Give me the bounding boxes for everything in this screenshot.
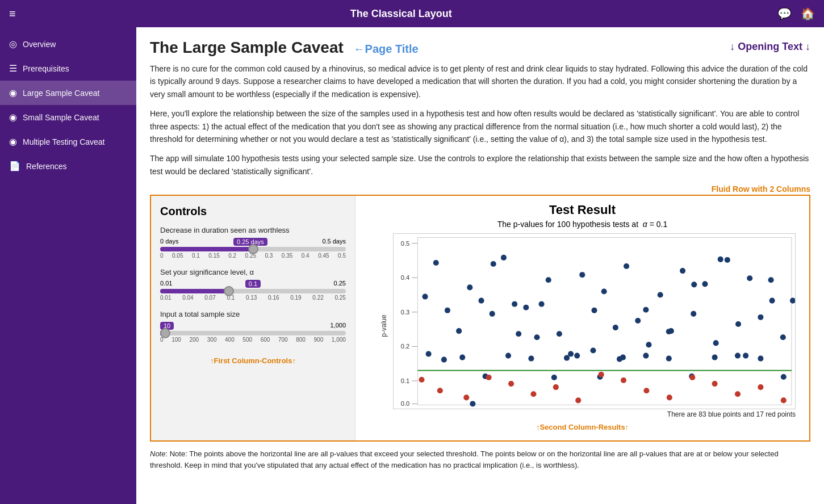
slider-2-label: Set your significance level, α bbox=[160, 268, 346, 276]
results-column: Test Result The p-values for 100 hypothe… bbox=[355, 196, 809, 440]
sidebar: ◎ Overview ☰ Prerequisites ◉ Large Sampl… bbox=[0, 27, 136, 504]
svg-point-88 bbox=[643, 388, 649, 393]
svg-point-57 bbox=[643, 353, 649, 359]
sidebar-item-label: Overview bbox=[23, 40, 56, 49]
svg-point-63 bbox=[781, 374, 787, 380]
large-sample-icon: ◉ bbox=[9, 87, 17, 98]
svg-point-43 bbox=[747, 275, 752, 281]
slider-2-ticks: 0.010.040.070.10.130.160.190.220.25 bbox=[160, 295, 346, 301]
sidebar-item-prerequisites[interactable]: ☰ Prerequisites bbox=[0, 56, 136, 81]
svg-point-45 bbox=[769, 298, 775, 304]
slider-2-track[interactable] bbox=[160, 289, 346, 293]
svg-point-68 bbox=[564, 355, 570, 361]
slider-1-track[interactable] bbox=[160, 247, 346, 251]
paragraph-1: There is no cure for the common cold cau… bbox=[150, 62, 810, 100]
nav-icons: 💬 🏠 bbox=[777, 7, 815, 20]
slider-3-max-label: 1,000 bbox=[330, 322, 346, 330]
slider-3-track[interactable] bbox=[160, 331, 346, 335]
y-axis-label: p-value bbox=[380, 314, 388, 337]
slider-3-top-labels: 10 1,000 bbox=[160, 322, 346, 330]
svg-point-52 bbox=[528, 356, 534, 362]
home-icon[interactable]: 🏠 bbox=[801, 7, 815, 20]
chart-svg: 0.5 0.4 0.3 0.2 0.1 0.0 bbox=[394, 234, 795, 409]
svg-point-41 bbox=[725, 257, 730, 263]
slider-3-group: Input a total sample size 10 1,000 01002… bbox=[160, 310, 346, 343]
svg-text:0.3: 0.3 bbox=[401, 309, 409, 316]
svg-point-62 bbox=[758, 356, 763, 362]
app-title: The Classical Layout bbox=[25, 8, 777, 20]
sidebar-item-multiple-testing-caveat[interactable]: ◉ Multiple Testing Caveat bbox=[0, 129, 136, 154]
slider-1-group: Decrease in duration seen as worthless 0… bbox=[160, 226, 346, 259]
paragraph-2: Here, you'll explore the relationship be… bbox=[150, 107, 810, 145]
svg-text:0.1: 0.1 bbox=[401, 377, 409, 384]
slider-1-min-label: 0 days bbox=[160, 238, 178, 246]
sidebar-item-large-sample-caveat[interactable]: ◉ Large Sample Caveat bbox=[0, 81, 136, 105]
sidebar-item-references[interactable]: 📄 References bbox=[0, 154, 136, 178]
svg-point-40 bbox=[713, 340, 719, 346]
svg-point-26 bbox=[557, 331, 562, 337]
sidebar-item-overview[interactable]: ◎ Overview bbox=[0, 32, 136, 56]
svg-point-75 bbox=[743, 353, 748, 359]
svg-point-35 bbox=[658, 292, 663, 298]
points-note: There are 83 blue points and 17 red poin… bbox=[393, 410, 796, 418]
page-title: The Large Sample Caveat ←Page Title bbox=[150, 39, 419, 57]
svg-point-58 bbox=[666, 356, 672, 362]
slider-2-badge: 0.1 bbox=[245, 280, 261, 288]
fluid-row: Controls Decrease in duration seen as wo… bbox=[150, 195, 810, 442]
svg-point-84 bbox=[553, 384, 559, 390]
svg-point-28 bbox=[579, 272, 585, 278]
top-nav: ≡ The Classical Layout 💬 🏠 bbox=[0, 0, 824, 27]
slider-1-filled bbox=[160, 247, 253, 251]
svg-point-29 bbox=[590, 348, 596, 354]
sidebar-item-label: References bbox=[26, 162, 67, 171]
references-icon: 📄 bbox=[9, 161, 20, 171]
svg-point-74 bbox=[718, 257, 723, 262]
svg-point-53 bbox=[551, 375, 557, 380]
svg-point-90 bbox=[689, 375, 695, 380]
svg-text:0.2: 0.2 bbox=[401, 343, 409, 350]
svg-point-73 bbox=[691, 282, 697, 287]
slider-3-thumb[interactable] bbox=[160, 328, 170, 338]
svg-point-89 bbox=[667, 394, 672, 400]
svg-point-44 bbox=[758, 314, 763, 320]
slider-1-max-label: 0.5 days bbox=[322, 238, 346, 246]
svg-point-46 bbox=[780, 334, 786, 340]
footnote: Note: Note: The points above the horizon… bbox=[150, 448, 810, 471]
slider-2-thumb[interactable] bbox=[224, 286, 234, 296]
slider-1-label: Decrease in duration seen as worthless bbox=[160, 226, 346, 234]
svg-point-82 bbox=[508, 381, 514, 387]
svg-point-61 bbox=[735, 353, 741, 359]
hamburger-icon[interactable]: ≡ bbox=[9, 7, 16, 20]
svg-point-66 bbox=[516, 331, 521, 337]
small-sample-icon: ◉ bbox=[9, 112, 17, 123]
sidebar-item-label: Large Sample Caveat bbox=[23, 89, 99, 98]
svg-text:0.4: 0.4 bbox=[401, 274, 409, 281]
multiple-testing-icon: ◉ bbox=[9, 136, 17, 147]
chat-icon[interactable]: 💬 bbox=[777, 7, 792, 20]
svg-point-81 bbox=[486, 375, 492, 380]
col-label-right: ↑Second Column-Results↑ bbox=[365, 418, 800, 434]
svg-point-87 bbox=[621, 377, 626, 383]
slider-1-thumb[interactable] bbox=[248, 244, 258, 254]
svg-point-14 bbox=[423, 294, 428, 300]
svg-point-78 bbox=[419, 377, 424, 383]
svg-point-79 bbox=[437, 388, 443, 393]
sidebar-item-small-sample-caveat[interactable]: ◉ Small Sample Caveat bbox=[0, 105, 136, 129]
svg-point-42 bbox=[735, 321, 741, 327]
slider-3-label: Input a total sample size bbox=[160, 310, 346, 318]
svg-point-49 bbox=[459, 355, 465, 360]
svg-rect-12 bbox=[417, 238, 792, 405]
fluid-row-label: Fluid Row with 2 Columns bbox=[150, 184, 810, 194]
svg-point-71 bbox=[643, 307, 649, 313]
chart-area: 0.5 0.4 0.3 0.2 0.1 0.0 bbox=[393, 233, 796, 409]
chart-wrapper: p-value 0.5 0.4 0.3 0.2 0.1 bbox=[393, 233, 796, 418]
svg-point-64 bbox=[470, 401, 475, 407]
svg-point-60 bbox=[712, 355, 718, 360]
page-title-arrow: ←Page Title bbox=[354, 43, 419, 55]
svg-point-72 bbox=[666, 329, 672, 334]
svg-point-83 bbox=[530, 391, 536, 397]
svg-text:0.0: 0.0 bbox=[401, 401, 409, 408]
controls-title: Controls bbox=[160, 205, 346, 218]
svg-point-25 bbox=[546, 277, 551, 283]
opening-text-label: ↓ Opening Text ↓ bbox=[730, 41, 810, 53]
